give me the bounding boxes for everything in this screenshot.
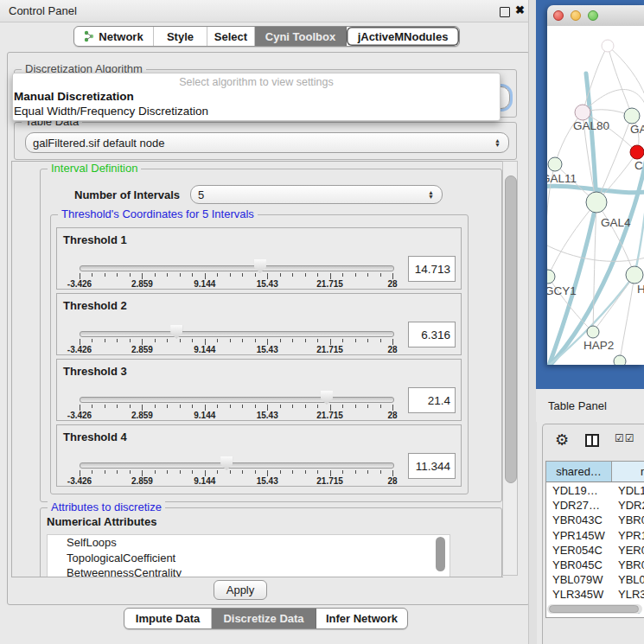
slider-tick-label: 21.715: [316, 345, 343, 354]
table-cell: YBR0: [612, 558, 644, 571]
network-edge[interactable]: [586, 73, 596, 202]
threshold-3-slider-track[interactable]: [80, 397, 394, 403]
network-node[interactable]: [587, 326, 599, 338]
close-icon[interactable]: ✖: [515, 3, 525, 16]
threshold-2-slider-track[interactable]: [80, 331, 394, 337]
network-edge[interactable]: [608, 46, 632, 116]
combo-value: 5: [198, 188, 204, 201]
slider-tick-label: 15.43: [257, 279, 278, 289]
slider-tick: [180, 273, 181, 277]
threshold-3-value-field[interactable]: 21.4: [408, 387, 456, 413]
network-window-titlebar[interactable]: [547, 5, 644, 27]
combo-arrows-icon: ▲▼: [494, 138, 501, 147]
slider-tick: [117, 405, 118, 408]
slider-tick: [305, 405, 306, 408]
slider-tick: [205, 405, 206, 411]
network-node[interactable]: [626, 266, 643, 284]
table-row[interactable]: YBR045CYBR0: [546, 558, 644, 572]
popup-item-manual-discretization[interactable]: Manual Discretization: [14, 90, 499, 105]
tab-jactivemnodules[interactable]: jActiveMNodules: [347, 27, 459, 46]
network-edge[interactable]: [620, 275, 634, 360]
gear-icon[interactable]: ⚙: [555, 430, 569, 450]
float-window-icon[interactable]: [500, 7, 510, 17]
column-split-icon[interactable]: [585, 434, 599, 450]
slider-tick: [367, 470, 368, 474]
scrollbar-thumb[interactable]: [505, 175, 517, 483]
threshold-1-value-field[interactable]: 14.713: [408, 256, 456, 282]
tab-label: Impute Data: [136, 612, 200, 625]
attribute-list-item[interactable]: BetweennessCentrality: [48, 565, 450, 577]
application-window: Control Panel ✖ Network Style Select Cyn…: [0, 0, 644, 644]
threshold-2-value-field[interactable]: 6.316: [408, 322, 456, 348]
minimize-light[interactable]: [571, 10, 581, 21]
table-row[interactable]: YDR27…YDR2: [546, 498, 644, 513]
network-view-window[interactable]: GAL80GACGAL11GAL4GCY1HHAP2: [547, 5, 644, 365]
network-node[interactable]: [602, 40, 614, 52]
network-node[interactable]: [547, 270, 555, 284]
slider-tick: [142, 405, 143, 411]
zoom-light[interactable]: [588, 10, 598, 21]
table-row[interactable]: YBR043CYBR0: [546, 513, 644, 527]
table-row[interactable]: YPR145WYPR1: [546, 528, 644, 543]
scrollbar-thumb[interactable]: [549, 605, 639, 613]
column-header-name[interactable]: n: [612, 462, 644, 481]
table-cell: YDR2: [612, 499, 644, 512]
threshold-4-value-field[interactable]: 11.344: [408, 453, 456, 479]
attributes-group: Attributes to discretize Numerical Attri…: [40, 507, 502, 577]
slider-tick: [180, 470, 181, 474]
tab-cyni-toolbox[interactable]: Cyni Toolbox: [255, 27, 347, 46]
tab-style[interactable]: Style: [154, 27, 207, 46]
network-node[interactable]: [614, 355, 626, 365]
threshold-1-slider-track[interactable]: [80, 265, 394, 271]
slider-tick: [255, 273, 256, 277]
table-row[interactable]: YER054CYER0: [546, 543, 644, 558]
slider-tick: [392, 273, 393, 279]
network-node[interactable]: [624, 108, 640, 124]
slider-tick: [355, 405, 356, 408]
slider-tick: [192, 470, 193, 474]
num-intervals-combobox[interactable]: 5 ▲▼: [190, 185, 443, 204]
slider-tick: [105, 405, 105, 408]
slider-tick: [217, 470, 218, 474]
network-edge[interactable]: [593, 275, 634, 332]
network-canvas[interactable]: GAL80GACGAL11GAL4GCY1HHAP2: [547, 26, 644, 365]
list-scrollbar-thumb[interactable]: [436, 537, 445, 571]
threshold-3-box: Threshold 3 -3.4262.8599.14415.4321.7152…: [56, 359, 462, 421]
interval-definition-group: Interval Definition Number of Intervals …: [40, 169, 502, 502]
table-row[interactable]: YBL079WYBL0: [546, 572, 644, 587]
table-row[interactable]: YLR345WYLR3: [546, 587, 644, 602]
slider-tick-label: -3.426: [67, 279, 92, 289]
table-horizontal-scrollbar[interactable]: [547, 604, 642, 614]
network-edge[interactable]: [596, 202, 634, 275]
attribute-list-item[interactable]: SelfLoops: [48, 535, 450, 551]
tab-network[interactable]: Network: [74, 27, 154, 46]
slider-tick: [267, 273, 268, 279]
column-header-shared[interactable]: shared…: [546, 462, 612, 481]
threshold-4-slider-track[interactable]: [80, 462, 394, 469]
slider-tick: [105, 273, 105, 277]
network-node[interactable]: [575, 105, 590, 120]
network-node[interactable]: [586, 192, 607, 213]
attribute-list-item[interactable]: TopologicalCoefficient: [48, 551, 450, 566]
threshold-2-box: Threshold 2 -3.4262.8599.14415.4321.7152…: [56, 293, 462, 355]
apply-button[interactable]: Apply: [214, 580, 267, 600]
threshold-label: Threshold 2: [63, 299, 127, 312]
slider-tick: [167, 339, 168, 342]
table-row[interactable]: YDL19…YDL1: [546, 483, 644, 498]
network-node[interactable]: [630, 145, 644, 159]
numerical-attributes-list[interactable]: SelfLoopsTopologicalCoefficientBetweenne…: [47, 534, 450, 577]
popup-item-equal-width-frequency[interactable]: Equal Width/Frequency Discretization: [14, 105, 499, 119]
tab-infer-network[interactable]: Infer Network: [316, 609, 407, 628]
network-edge[interactable]: [547, 244, 644, 261]
checkbox-pair-icon[interactable]: ☑☑: [615, 432, 635, 444]
slider-tick: [192, 405, 193, 408]
settings-scrollbar[interactable]: [502, 161, 518, 576]
threshold-1-box: Threshold 1 -3.4262.8599.14415.4321.7152…: [56, 227, 462, 290]
tab-impute-data[interactable]: Impute Data: [124, 609, 212, 628]
close-light[interactable]: [553, 10, 564, 21]
network-node[interactable]: [548, 157, 562, 171]
tab-discretize-data[interactable]: Discretize Data: [212, 609, 316, 628]
slider-tick-label: 28: [387, 411, 397, 420]
tab-select[interactable]: Select: [207, 27, 255, 46]
table-data-combobox[interactable]: galFiltered.sif default node ▲▼: [25, 132, 509, 153]
